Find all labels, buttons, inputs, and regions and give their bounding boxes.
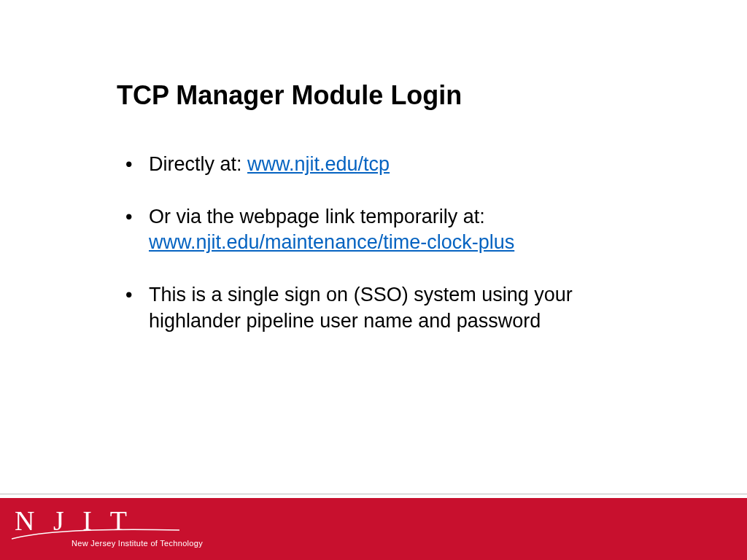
bullet-item: This is a single sign on (SSO) system us… [117, 282, 645, 334]
content-area: TCP Manager Module Login Directly at: ww… [117, 80, 645, 360]
logo-tagline: New Jersey Institute of Technology [71, 539, 203, 548]
footer-divider [0, 494, 747, 498]
bullet-text: This is a single sign on (SSO) system us… [149, 284, 573, 332]
bullet-text: Directly at: [149, 153, 247, 175]
bullet-text: Or via the webpage link temporarily at: [149, 206, 485, 228]
slide: TCP Manager Module Login Directly at: ww… [0, 0, 747, 560]
slide-title: TCP Manager Module Login [117, 80, 645, 111]
bullet-item: Or via the webpage link temporarily at: … [117, 204, 645, 256]
alt-link[interactable]: www.njit.edu/maintenance/time-clock-plus [149, 231, 514, 253]
njit-logo: N J I T New Jersey Institute of Technolo… [15, 507, 133, 534]
bullet-item: Directly at: www.njit.edu/tcp [117, 152, 645, 178]
bullet-list: Directly at: www.njit.edu/tcp Or via the… [117, 152, 645, 334]
direct-link[interactable]: www.njit.edu/tcp [247, 153, 390, 175]
footer-bar: N J I T New Jersey Institute of Technolo… [0, 498, 747, 560]
